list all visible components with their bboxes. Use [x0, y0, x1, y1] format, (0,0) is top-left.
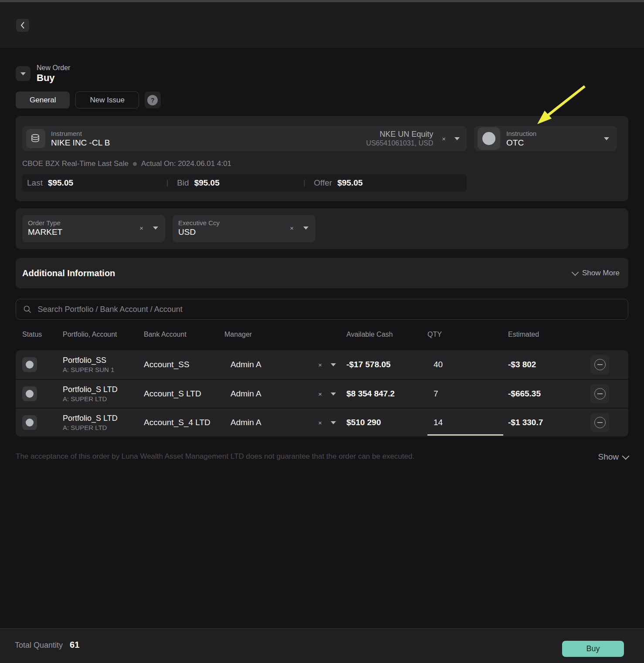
bank-account-cell[interactable]: Account_S LTD [144, 380, 224, 408]
bank-account-cell[interactable]: Account_S_4 LTD [144, 409, 224, 436]
instrument-name: NIKE INC -CL B [51, 138, 110, 148]
clear-manager-icon[interactable]: × [318, 419, 322, 426]
portfolio-cell[interactable]: Portfolio_SS A: SUPER SUN 1 [63, 350, 144, 379]
remove-row-button[interactable] [590, 384, 610, 403]
last-price: Last $95.05 [27, 178, 158, 188]
portfolio-cell[interactable]: Portfolio_S LTD A: SUPER LTD [63, 380, 144, 408]
question-icon: ? [147, 95, 158, 105]
manager-cell[interactable]: Admin A × [224, 409, 346, 436]
show-more-toggle[interactable]: Show More [573, 269, 620, 277]
instrument-field[interactable]: Instrument NIKE INC -CL B NKE UN Equity … [22, 126, 467, 151]
col-header-estimated: Estimated [508, 328, 580, 338]
help-button[interactable]: ? [145, 91, 161, 108]
col-header-portfolio: Portfolio, Account [63, 328, 144, 338]
executive-ccy-label: Executive Ccy [178, 219, 308, 227]
remove-row-button[interactable] [590, 355, 610, 374]
instruction-text: Instruction OTC [506, 129, 536, 148]
minus-circle-icon [594, 359, 606, 370]
search-icon [23, 305, 32, 314]
row-status-button[interactable] [22, 386, 37, 401]
disclaimer-show-toggle[interactable]: Show [598, 452, 628, 462]
clear-manager-icon[interactable]: × [318, 361, 322, 369]
manager-cell[interactable]: Admin A × [224, 380, 346, 408]
order-ticket-screen: New Order Buy General New Issue ? Instru… [0, 0, 644, 663]
row-status-button[interactable] [22, 415, 37, 430]
col-header-qty: QTY [427, 328, 508, 338]
show-more-label: Show More [582, 269, 620, 277]
instrument-ticker: NKE UN Equity [366, 129, 433, 139]
portfolio-cell[interactable]: Portfolio_S LTD A: SUPER LTD [63, 409, 144, 436]
order-type-value: MARKET [28, 227, 157, 237]
order-side-dropdown[interactable] [16, 66, 31, 81]
market-data-source: CBOE BZX Real-Time Last Sale Actual On: … [22, 159, 231, 168]
table-header-row: Status Portfolio, Account Bank Account M… [16, 328, 628, 338]
focus-underline [427, 434, 503, 436]
coins-icon [26, 129, 45, 148]
page-title: Buy [37, 72, 70, 84]
qty-input[interactable]: 40 [427, 350, 508, 379]
available-cash-cell: $8 354 847.2 [346, 380, 427, 408]
additional-info-title: Additional Information [22, 268, 115, 278]
instruction-status-icon [478, 127, 500, 150]
total-quantity-label: Total Quantity [15, 641, 63, 650]
circle-icon [26, 361, 34, 369]
circle-icon [26, 419, 34, 426]
instrument-label: Instrument [51, 129, 110, 138]
instruction-field[interactable]: Instruction OTC [474, 126, 617, 151]
bank-account-cell[interactable]: Account_SS [144, 350, 224, 379]
clear-instrument-icon[interactable]: × [442, 135, 446, 142]
order-type-field[interactable]: Order Type MARKET × [22, 215, 165, 242]
tab-general[interactable]: General [16, 91, 70, 108]
chevron-down-icon[interactable] [303, 227, 308, 230]
available-cash-cell: $510 290 [346, 409, 427, 436]
chevron-down-icon [572, 269, 579, 276]
search-bar[interactable] [16, 299, 628, 320]
actual-on: Actual On: 2024.06.01 4:01 [141, 159, 231, 168]
clear-order-type-icon[interactable]: × [139, 224, 143, 232]
divider: | [303, 179, 305, 187]
minus-circle-icon [594, 388, 606, 399]
instrument-identifier: NKE UN Equity US6541061031, USD [366, 129, 433, 148]
chevron-down-icon[interactable] [331, 392, 336, 396]
divider: | [166, 179, 168, 187]
dot-icon [133, 162, 137, 166]
estimated-cell: -$665.35 [508, 380, 580, 408]
instrument-right: NKE UN Equity US6541061031, USD × [366, 129, 460, 148]
qty-input-focused[interactable]: 14 [427, 409, 508, 436]
chevron-down-icon[interactable] [454, 137, 460, 140]
show-label: Show [598, 452, 619, 462]
col-header-status: Status [22, 328, 63, 338]
order-type-label: Order Type [28, 219, 157, 227]
col-header-available-cash: Available Cash [346, 328, 427, 338]
available-cash-cell: -$17 578.05 [346, 350, 427, 379]
col-header-bank-account: Bank Account [144, 328, 224, 338]
circle-icon [26, 390, 34, 398]
disclaimer-row: The acceptance of this order by Luna Wea… [16, 452, 628, 462]
instruction-label: Instruction [506, 129, 536, 138]
qty-input[interactable]: 7 [427, 380, 508, 408]
total-quantity: Total Quantity 61 [15, 640, 79, 650]
order-params-panel: Order Type MARKET × Executive Ccy USD × [16, 208, 628, 249]
clear-manager-icon[interactable]: × [318, 390, 322, 398]
row-status-button[interactable] [22, 357, 37, 372]
executive-ccy-value: USD [178, 227, 308, 237]
clear-ccy-icon[interactable]: × [290, 224, 294, 232]
chevron-left-icon [20, 22, 25, 29]
executive-ccy-field[interactable]: Executive Ccy USD × [173, 215, 315, 242]
chevron-down-icon[interactable] [331, 363, 336, 366]
instrument-isin: US6541061031, USD [366, 139, 433, 148]
price-bar: Last $95.05 | Bid $95.05 | Offer $95.05 [22, 174, 467, 192]
remove-row-button[interactable] [590, 413, 610, 432]
disclaimer-text: The acceptance of this order by Luna Wea… [16, 452, 414, 461]
allocations-table: Portfolio_SS A: SUPER SUN 1 Account_SS A… [16, 350, 628, 436]
chevron-down-icon[interactable] [604, 137, 609, 140]
back-button[interactable] [16, 19, 29, 32]
tab-new-issue[interactable]: New Issue [75, 91, 139, 108]
buy-button[interactable]: Buy [562, 641, 624, 657]
chevron-down-icon[interactable] [153, 227, 158, 230]
search-input[interactable] [38, 305, 621, 314]
manager-cell[interactable]: Admin A × [224, 350, 346, 379]
chevron-down-icon[interactable] [331, 421, 336, 424]
minus-circle-icon [594, 417, 606, 428]
circle-icon [482, 132, 495, 145]
